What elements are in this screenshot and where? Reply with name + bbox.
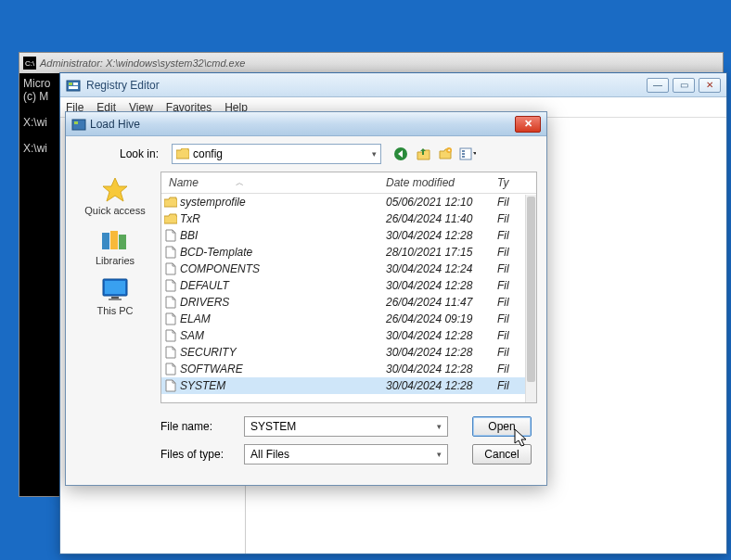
places-bar: Quick access Libraries This PC <box>75 172 155 403</box>
cmd-titlebar[interactable]: C:\ Administrator: X:\windows\system32\c… <box>19 53 723 73</box>
file-date: 28/10/2021 17:15 <box>386 246 497 259</box>
col-type[interactable]: Ty <box>497 176 534 189</box>
place-quick-access[interactable]: Quick access <box>84 175 145 216</box>
filetype-combo[interactable]: All Files ▾ <box>244 444 448 465</box>
file-row[interactable]: SAM30/04/2024 12:28Fil <box>161 327 536 344</box>
file-name: COMPONENTS <box>178 262 386 275</box>
file-row[interactable]: systemprofile05/06/2021 12:10Fil <box>161 194 536 210</box>
file-name: SAM <box>178 329 386 342</box>
file-name: SECURITY <box>178 346 386 359</box>
maximize-button[interactable]: ▭ <box>673 78 695 93</box>
place-this-pc[interactable]: This PC <box>96 275 133 316</box>
scrollbar-thumb[interactable] <box>527 197 535 382</box>
file-icon <box>163 296 178 309</box>
load-hive-dialog: Load Hive ✕ Look in: config ▾ ✦ <box>65 111 547 486</box>
file-row[interactable]: DEFAULT30/04/2024 12:28Fil <box>161 277 536 294</box>
file-name: BBI <box>178 229 386 242</box>
file-name: SYSTEM <box>178 379 386 392</box>
file-name: SOFTWARE <box>178 363 386 375</box>
svg-text:✦: ✦ <box>447 147 451 153</box>
filetype-label: Files of type: <box>160 448 235 461</box>
minimize-button[interactable]: — <box>647 78 669 93</box>
svg-rect-17 <box>105 281 125 294</box>
file-row[interactable]: SYSTEM30/04/2024 12:28Fil <box>161 377 536 394</box>
svg-rect-5 <box>74 121 78 124</box>
chevron-down-icon: ▾ <box>437 450 442 459</box>
cancel-button[interactable]: Cancel <box>472 444 532 465</box>
file-date: 26/04/2024 09:19 <box>386 312 497 325</box>
file-icon <box>163 363 178 375</box>
svg-rect-12 <box>462 156 465 158</box>
lookin-label: Look in: <box>120 147 166 160</box>
svg-rect-15 <box>119 235 126 249</box>
folder-icon <box>163 197 178 208</box>
folder-icon <box>163 213 178 224</box>
window-controls: — ▭ ✕ <box>647 78 721 93</box>
chevron-down-icon: ▾ <box>372 149 377 159</box>
col-name[interactable]: Name <box>169 176 199 189</box>
back-button[interactable] <box>392 146 409 162</box>
file-name: DEFAULT <box>178 279 386 292</box>
filename-input[interactable]: SYSTEM ▾ <box>244 416 448 437</box>
file-date: 05/06/2021 12:10 <box>386 196 497 209</box>
file-date: 30/04/2024 12:28 <box>386 363 497 375</box>
col-date[interactable]: Date modified <box>386 176 497 189</box>
file-row[interactable]: BCD-Template28/10/2021 17:15Fil <box>161 244 536 261</box>
svg-rect-11 <box>462 153 465 155</box>
folder-icon <box>176 148 189 159</box>
libraries-icon <box>100 225 130 255</box>
svg-rect-1 <box>69 83 72 85</box>
svg-rect-4 <box>72 120 85 130</box>
sort-indicator-icon: ︿ <box>236 177 244 189</box>
place-libraries[interactable]: Libraries <box>96 225 135 266</box>
regedit-icon <box>66 78 81 93</box>
file-row[interactable]: ELAM26/04/2024 09:19Fil <box>161 311 536 327</box>
dialog-titlebar[interactable]: Load Hive ✕ <box>66 112 546 136</box>
regedit-title: Registry Editor <box>86 79 647 92</box>
file-date: 26/04/2024 11:47 <box>386 296 497 309</box>
file-date: 26/04/2024 11:40 <box>386 212 497 225</box>
file-list-header[interactable]: Name︿ Date modified Ty <box>161 172 536 194</box>
scrollbar[interactable] <box>525 195 536 402</box>
open-button[interactable]: Open <box>472 416 532 437</box>
up-button[interactable] <box>415 146 431 162</box>
file-name: ELAM <box>178 312 386 325</box>
file-icon <box>163 246 178 259</box>
file-name: DRIVERS <box>178 296 386 309</box>
file-icon <box>163 312 178 325</box>
file-list[interactable]: Name︿ Date modified Ty systemprofile05/0… <box>160 172 537 403</box>
svg-rect-14 <box>110 231 118 249</box>
file-icon <box>163 229 178 242</box>
file-icon <box>163 262 178 275</box>
svg-rect-18 <box>111 297 119 299</box>
dialog-close-button[interactable]: ✕ <box>515 116 541 133</box>
monitor-icon <box>100 275 130 305</box>
regedit-titlebar[interactable]: Registry Editor — ▭ ✕ <box>60 73 726 97</box>
file-icon <box>163 329 178 342</box>
file-row[interactable]: SECURITY30/04/2024 12:28Fil <box>161 344 536 361</box>
star-icon <box>100 175 130 205</box>
file-row[interactable]: TxR26/04/2024 11:40Fil <box>161 210 536 227</box>
lookin-value: config <box>193 147 223 160</box>
file-row[interactable]: DRIVERS26/04/2024 11:47Fil <box>161 294 536 311</box>
new-folder-button[interactable]: ✦ <box>437 146 454 162</box>
file-date: 30/04/2024 12:28 <box>386 379 497 392</box>
svg-rect-3 <box>69 86 78 89</box>
view-menu-button[interactable] <box>459 146 476 162</box>
file-name: systemprofile <box>178 196 386 209</box>
file-name: BCD-Template <box>178 246 386 259</box>
svg-rect-19 <box>109 299 122 300</box>
svg-rect-10 <box>462 150 465 152</box>
lookin-combo[interactable]: config ▾ <box>172 144 381 164</box>
file-date: 30/04/2024 12:28 <box>386 229 497 242</box>
close-button[interactable]: ✕ <box>699 78 721 93</box>
file-row[interactable]: SOFTWARE30/04/2024 12:28Fil <box>161 361 536 377</box>
svg-rect-13 <box>102 233 109 249</box>
file-date: 30/04/2024 12:28 <box>386 279 497 292</box>
cmd-title: Administrator: X:\windows\system32\cmd.e… <box>40 57 245 69</box>
svg-rect-0 <box>67 81 80 91</box>
file-row[interactable]: COMPONENTS30/04/2024 12:24Fil <box>161 261 536 277</box>
file-row[interactable]: BBI30/04/2024 12:28Fil <box>161 227 536 244</box>
file-date: 30/04/2024 12:24 <box>386 262 497 275</box>
file-date: 30/04/2024 12:28 <box>386 329 497 342</box>
